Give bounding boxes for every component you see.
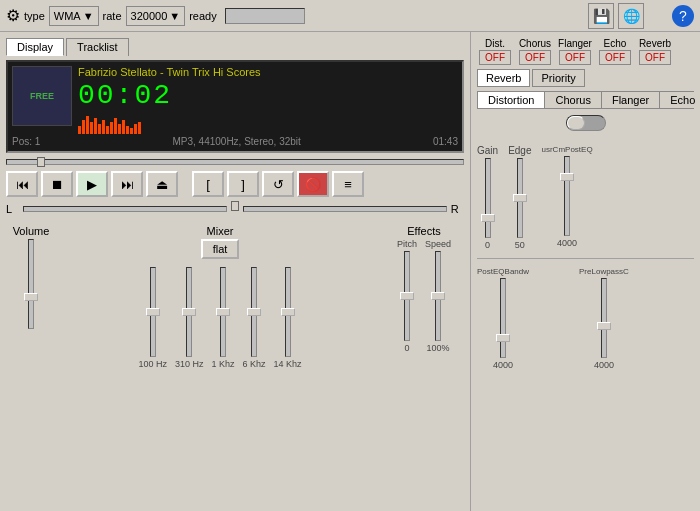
rate-dropdown[interactable]: 320000 ▼ — [126, 6, 186, 26]
repeat-button[interactable]: ↺ — [262, 171, 294, 197]
prev-button[interactable]: ⏮ — [6, 171, 38, 197]
post-val: 4000 — [493, 360, 513, 370]
mixer-track-1[interactable] — [150, 267, 156, 357]
usrcm-col: usrCmPostEQ 4000 — [541, 145, 592, 250]
toolbar: ⚙ type WMA ▼ rate 320000 ▼ ready 💾 🌐 ? — [0, 0, 700, 32]
mixer-thumb-4[interactable] — [247, 308, 261, 316]
tab-tracklist[interactable]: Tracklist — [66, 38, 129, 56]
flat-button[interactable]: flat — [201, 239, 240, 259]
gain-slider[interactable] — [485, 158, 491, 238]
mixer-label-1: 100 Hz — [138, 359, 167, 369]
format-info: MP3, 44100Hz, Stereo, 32bit — [172, 136, 300, 147]
speed-track[interactable] — [435, 251, 441, 341]
btn-a-button[interactable]: [ — [192, 171, 224, 197]
ready-label: ready — [189, 10, 217, 22]
progress-bar — [225, 8, 305, 24]
mixer-track-5[interactable] — [285, 267, 291, 357]
next-button[interactable]: ⏭ — [111, 171, 143, 197]
post-slider[interactable] — [500, 278, 506, 358]
edge-thumb[interactable] — [513, 194, 527, 202]
dist-fx: Dist. OFF — [477, 38, 513, 65]
mixer-track-2[interactable] — [186, 267, 192, 357]
globe-button[interactable]: 🌐 — [618, 3, 644, 29]
pan-bar-left[interactable] — [23, 206, 227, 212]
flanger-off-button[interactable]: OFF — [559, 50, 591, 65]
gain-label: Gain — [477, 145, 498, 156]
speed-thumb[interactable] — [431, 292, 445, 300]
save-button[interactable]: 💾 — [588, 3, 614, 29]
pre-thumb[interactable] — [597, 322, 611, 330]
play-button[interactable]: ▶ — [76, 171, 108, 197]
toggle-container — [477, 115, 694, 139]
post-thumb[interactable] — [496, 334, 510, 342]
volume-track[interactable] — [28, 239, 34, 329]
echo-off-button[interactable]: OFF — [599, 50, 631, 65]
reverb-off-button[interactable]: OFF — [639, 50, 671, 65]
usrcm-slider[interactable] — [564, 156, 570, 236]
pre-col: PreLowpassC 4000 — [579, 267, 629, 370]
toggle-knob — [567, 116, 585, 130]
mixer-thumb-5[interactable] — [281, 308, 295, 316]
spectrum-bar — [86, 116, 89, 134]
flanger-fx: Flanger OFF — [557, 38, 593, 65]
tab-flanger[interactable]: Flanger — [602, 92, 660, 108]
pitch-track[interactable] — [404, 251, 410, 341]
menu-button[interactable]: ≡ — [332, 171, 364, 197]
tab-distortion[interactable]: Distortion — [478, 92, 545, 108]
mixer-thumb-2[interactable] — [182, 308, 196, 316]
spectrum-bar — [110, 122, 113, 134]
reverb-fx: Reverb OFF — [637, 38, 673, 65]
spectrum-bar — [82, 120, 85, 134]
spectrum-bar — [78, 126, 81, 134]
type-dropdown[interactable]: WMA ▼ — [49, 6, 99, 26]
mixer-label-2: 310 Hz — [175, 359, 204, 369]
pan-bar-right[interactable] — [243, 206, 447, 212]
pan-row: L R — [6, 201, 464, 217]
dist-label: Dist. — [477, 38, 513, 49]
chorus-off-button[interactable]: OFF — [519, 50, 551, 65]
btn-b-button[interactable]: ] — [227, 171, 259, 197]
mixer-track-4[interactable] — [251, 267, 257, 357]
mixer-band-4: 6 Khz — [243, 267, 266, 369]
effects-label: Effects — [407, 225, 440, 237]
mixer-thumb-3[interactable] — [216, 308, 230, 316]
reverb-label: Reverb — [637, 38, 673, 49]
mixer-band-5: 14 Khz — [274, 267, 302, 369]
tab-echo[interactable]: Echo — [660, 92, 700, 108]
seek-thumb[interactable] — [37, 157, 45, 167]
dist-off-button[interactable]: OFF — [479, 50, 511, 65]
pitch-thumb[interactable] — [400, 292, 414, 300]
player-display: FREE Fabrizio Stellato - Twin Trix Hi Sc… — [6, 60, 464, 153]
rate-arrow-icon: ▼ — [169, 10, 180, 22]
echo-fx: Echo OFF — [597, 38, 633, 65]
tab-display[interactable]: Display — [6, 38, 64, 56]
pre-slider[interactable] — [601, 278, 607, 358]
play-icon: ▶ — [87, 177, 97, 192]
distortion-toggle[interactable] — [566, 115, 606, 131]
mute-button[interactable]: 🚫 — [297, 171, 329, 197]
globe-icon: 🌐 — [623, 8, 640, 24]
mixer-thumb-1[interactable] — [146, 308, 160, 316]
volume-fader-col — [28, 239, 34, 329]
mixer-band-2: 310 Hz — [175, 267, 204, 369]
gain-thumb[interactable] — [481, 214, 495, 222]
pan-thumb[interactable] — [231, 201, 239, 211]
tab-priority[interactable]: Priority — [532, 69, 584, 87]
fx-sliders-top: Gain 0 Edge 50 usrCmPostEQ 4000 — [477, 145, 694, 250]
rate-label: rate — [103, 10, 122, 22]
pan-l-label: L — [6, 203, 19, 215]
tab-chorus[interactable]: Chorus — [545, 92, 601, 108]
mixer-track-3[interactable] — [220, 267, 226, 357]
mixer-label: Mixer — [207, 225, 234, 237]
spectrum-bar — [130, 128, 133, 134]
seek-bar[interactable] — [6, 159, 464, 165]
tab-reverb[interactable]: Reverb — [477, 69, 530, 87]
eject-button[interactable]: ⏏ — [146, 171, 178, 197]
edge-slider[interactable] — [517, 158, 523, 238]
next-icon: ⏭ — [121, 177, 134, 192]
stop-button[interactable]: ⏹ — [41, 171, 73, 197]
settings-icon: ⚙ — [6, 6, 20, 25]
help-button[interactable]: ? — [672, 5, 694, 27]
usrcm-thumb[interactable] — [560, 173, 574, 181]
volume-thumb[interactable] — [24, 293, 38, 301]
